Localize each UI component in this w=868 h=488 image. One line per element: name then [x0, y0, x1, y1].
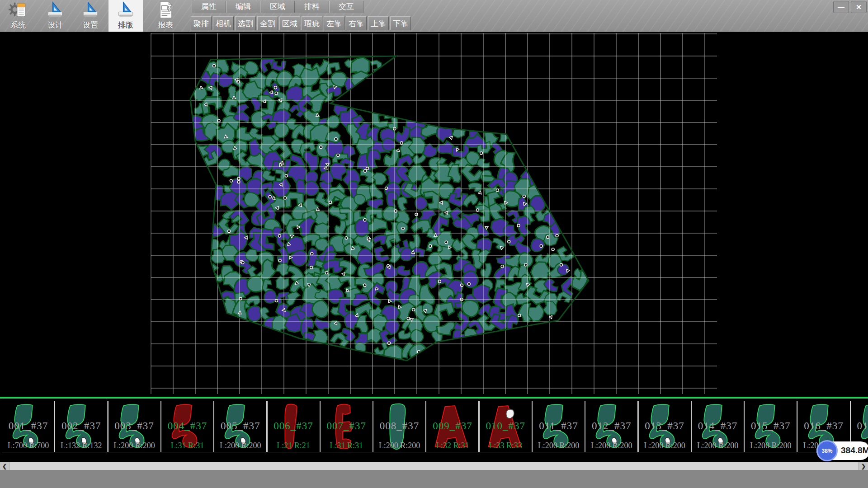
- tool-align-right[interactable]: 右靠: [346, 16, 367, 30]
- tool-align-top[interactable]: 上靠: [368, 16, 389, 30]
- close-button[interactable]: ✕: [851, 1, 867, 13]
- tool-button-row: 聚排 相机 选割 全割 区域 瑕疵 左靠 右靠 上靠 下靠: [191, 16, 411, 30]
- system-gear-icon: [9, 1, 28, 19]
- piece-marker: [329, 201, 332, 204]
- piece-marker: [228, 230, 231, 233]
- piece-marker: [320, 146, 322, 149]
- part-thumbnail[interactable]: 006_#37L:21 R:21: [267, 401, 320, 452]
- ribbon-button-report[interactable]: 报表: [148, 0, 183, 32]
- part-thumbnail[interactable]: 003_#37L:200 R:200: [108, 401, 161, 452]
- part-thumbnail[interactable]: 005_#37L:200 R:200: [214, 401, 267, 452]
- part-thumbnail[interactable]: 012_#37L:200 R:200: [585, 401, 638, 452]
- part-thumbnail[interactable]: 013_#37L:200 R:200: [638, 401, 691, 452]
- piece-marker: [278, 259, 281, 262]
- piece-marker: [345, 237, 348, 239]
- part-thumbnail[interactable]: 015_#37L:200 R:200: [744, 401, 797, 452]
- tool-align-bottom[interactable]: 下靠: [390, 16, 411, 30]
- nested-piece[interactable]: [246, 305, 262, 322]
- ribbon-button-design[interactable]: 设计: [38, 0, 72, 32]
- part-thumbnail[interactable]: 011_#37L:200 R:200: [532, 401, 585, 452]
- part-name: 014_#37: [692, 420, 744, 432]
- part-name: 001_#37: [2, 420, 54, 432]
- ribbon-button-settings[interactable]: 设置: [73, 0, 108, 32]
- part-name: 013_#37: [639, 420, 691, 432]
- part-lr-count: L:200 R:200: [108, 441, 160, 450]
- part-name: 015_#37: [745, 420, 797, 432]
- scroll-right-button[interactable]: ❯: [859, 462, 868, 470]
- piece-marker: [269, 196, 271, 198]
- nested-piece[interactable]: [468, 182, 482, 192]
- tool-select-cut[interactable]: 选割: [235, 16, 256, 30]
- piece-marker: [363, 169, 366, 172]
- tab-region[interactable]: 区域: [260, 1, 295, 13]
- piece-marker: [407, 317, 410, 320]
- tab-nest[interactable]: 排料: [295, 1, 329, 13]
- part-thumbnail[interactable]: 014_#37L:200 R:200: [691, 401, 744, 452]
- part-thumbnail[interactable]: 001_#37L:700 R:700: [2, 401, 55, 452]
- report-doc-icon: [156, 1, 175, 19]
- piece-marker: [552, 248, 554, 251]
- piece-marker: [335, 138, 337, 141]
- piece-marker: [547, 236, 549, 239]
- piece-marker: [366, 167, 369, 170]
- piece-marker: [560, 263, 563, 266]
- part-name: 016_#37: [798, 420, 850, 432]
- piece-marker: [480, 152, 483, 155]
- nested-piece[interactable]: [334, 219, 347, 235]
- nesting-layout-svg: [0, 32, 868, 397]
- nested-piece[interactable]: [515, 239, 531, 255]
- nested-piece[interactable]: [396, 266, 411, 276]
- piece-marker: [524, 263, 527, 266]
- nested-piece[interactable]: [374, 245, 389, 263]
- part-name: 017_#37: [851, 420, 868, 432]
- tool-region[interactable]: 区域: [279, 16, 300, 30]
- horizontal-scrollbar[interactable]: ❮ ❯: [0, 462, 868, 470]
- tool-defect[interactable]: 瑕疵: [302, 16, 322, 30]
- nested-piece[interactable]: [370, 60, 382, 73]
- piece-marker: [363, 284, 366, 286]
- piece-marker: [508, 240, 510, 243]
- part-thumbnail[interactable]: 009_#37L:32 R:31: [426, 401, 479, 452]
- part-name: 003_#37: [108, 420, 160, 432]
- tab-properties[interactable]: 属性: [192, 1, 226, 13]
- part-thumbnail[interactable]: 002_#37L:132 R:132: [55, 401, 108, 452]
- part-thumbnail[interactable]: 008_#37L:200 R:200: [373, 401, 426, 452]
- tool-cluster-nest[interactable]: 聚排: [191, 16, 212, 30]
- piece-marker: [285, 174, 288, 177]
- part-name: 012_#37: [585, 420, 637, 432]
- progress-percent-badge: 38%: [816, 440, 838, 461]
- part-name: 010_#37: [480, 420, 532, 432]
- part-thumbnail[interactable]: 010_#37L:33 R:33: [479, 401, 532, 452]
- piece-marker: [556, 235, 558, 237]
- nested-piece[interactable]: [350, 70, 371, 91]
- scroll-left-button[interactable]: ❮: [0, 462, 9, 470]
- tool-camera[interactable]: 相机: [213, 16, 234, 30]
- ribbon-button-nesting[interactable]: 排版: [108, 0, 143, 32]
- nesting-ruler-icon: [116, 1, 135, 19]
- nested-piece[interactable]: [274, 275, 291, 291]
- tab-edit[interactable]: 编辑: [226, 1, 260, 13]
- piece-marker: [415, 213, 418, 216]
- nesting-canvas[interactable]: [0, 32, 868, 397]
- nesting-app-window: 系统 设计 设置: [0, 0, 868, 488]
- piece-marker: [311, 252, 313, 255]
- part-lr-count: L:132 R:132: [55, 441, 107, 450]
- part-lr-count: L:200 R:200: [692, 441, 744, 450]
- nested-piece[interactable]: [452, 124, 466, 138]
- part-name: 011_#37: [533, 420, 585, 432]
- nested-piece[interactable]: [300, 67, 321, 87]
- tool-align-left[interactable]: 左靠: [324, 16, 344, 30]
- part-thumbnail[interactable]: 004_#37L:31 R:31: [161, 401, 214, 452]
- memory-usage-label: 384.8M: [841, 446, 868, 455]
- tool-cut-all[interactable]: 全割: [257, 16, 278, 30]
- part-name: 007_#37: [321, 420, 373, 432]
- tab-interact[interactable]: 交互: [329, 1, 363, 13]
- minimize-button[interactable]: —: [833, 1, 849, 13]
- nested-piece[interactable]: [202, 97, 222, 114]
- nested-piece[interactable]: [491, 237, 506, 251]
- ribbon-button-label: 排版: [118, 20, 133, 30]
- nested-piece[interactable]: [320, 157, 331, 173]
- piece-marker: [400, 142, 403, 145]
- part-thumbnail[interactable]: 007_#37L:31 R:31: [320, 401, 373, 452]
- ribbon-button-system[interactable]: 系统: [1, 0, 35, 32]
